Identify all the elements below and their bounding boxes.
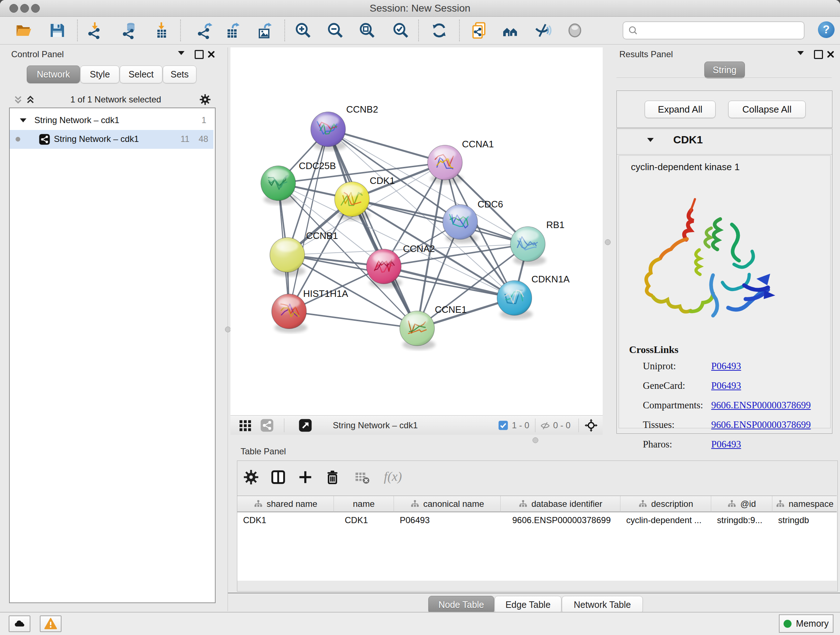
tab-string[interactable]: String (704, 62, 745, 78)
birds-eye-grid-icon[interactable] (238, 418, 252, 432)
entry-collapse-icon[interactable] (647, 138, 654, 142)
right-splitter-handle[interactable] (605, 239, 611, 245)
column-header[interactable]: database identifier (501, 496, 621, 512)
crosslink-label: GeneCard: (643, 380, 685, 391)
table-cell[interactable]: CDK1 (237, 512, 333, 528)
toolbar-separator (284, 19, 285, 41)
results-panel-menu-icon[interactable] (797, 51, 804, 55)
export-table-icon[interactable] (224, 22, 241, 39)
node-gloss (406, 314, 428, 325)
network-edge-HIST1H1A-CCNE1[interactable] (289, 311, 417, 328)
expand-all-networks-icon[interactable] (25, 95, 35, 105)
import-database-icon[interactable] (121, 22, 138, 39)
zoom-in-icon[interactable] (294, 22, 312, 39)
crosslink-label: Uniprot: (643, 361, 676, 372)
crosslink-label: Compartments: (643, 400, 703, 411)
crosslink-genecard-link[interactable]: P06493 (711, 380, 741, 391)
results-button-bar: Expand All Collapse All (616, 90, 832, 128)
control-panel-menu-icon[interactable] (178, 51, 185, 55)
zoom-out-icon[interactable] (327, 22, 344, 39)
hidden-count: 0 - 0 (553, 416, 570, 435)
crosslink-uniprot-link[interactable]: P06493 (711, 361, 741, 372)
show-columns-icon[interactable] (270, 469, 286, 486)
search-input[interactable] (638, 25, 804, 36)
column-header[interactable]: name (334, 496, 394, 512)
table-cell[interactable]: 9606.ENSP00000378699 (501, 512, 626, 528)
memory-label: Memory (796, 618, 829, 629)
delete-column-trash-icon[interactable] (324, 469, 341, 486)
column-header[interactable]: namespace (772, 496, 837, 512)
hide-selected-icon[interactable] (534, 22, 552, 39)
tab-network[interactable]: Network (27, 65, 80, 83)
network-options-gear-icon[interactable] (199, 93, 211, 106)
tab-select[interactable]: Select (120, 65, 163, 83)
tab-edge-table[interactable]: Edge Table (494, 596, 561, 614)
bottom-splitter-handle[interactable] (532, 437, 538, 443)
selected-checkbox-icon[interactable] (498, 420, 508, 431)
toolbar-separator (284, 418, 284, 432)
collapse-all-networks-icon[interactable] (13, 95, 23, 105)
column-header[interactable]: canonical name (394, 496, 501, 512)
column-header[interactable]: shared name (237, 496, 334, 512)
table-cell[interactable]: stringdb:9... (711, 512, 772, 528)
tab-network-table[interactable]: Network Table (562, 596, 643, 614)
add-column-icon[interactable] (297, 469, 314, 486)
delete-table-icon[interactable] (354, 469, 370, 486)
collapse-all-button[interactable]: Collapse All (728, 101, 806, 118)
open-session-icon[interactable] (15, 22, 33, 39)
table-settings-gear-icon[interactable] (243, 469, 259, 486)
table-cell[interactable]: cyclin-dependent ... (621, 512, 711, 528)
table-cell[interactable]: stringdb (772, 512, 837, 528)
export-image-icon[interactable] (256, 22, 273, 39)
network-tree-root-row[interactable]: String Network – cdk1 1 (10, 111, 213, 130)
crosslink-compartments-link[interactable]: 9606.ENSP00000378699 (711, 400, 811, 411)
column-header[interactable]: @id (711, 496, 772, 512)
expand-all-button[interactable]: Expand All (645, 101, 715, 118)
warnings-button[interactable] (40, 616, 62, 632)
tree-collapse-icon[interactable] (20, 119, 27, 122)
node-label-HIST1H1A: HIST1H1A (303, 288, 348, 299)
results-panel-close-icon[interactable] (826, 50, 835, 59)
tab-sets[interactable]: Sets (163, 65, 196, 83)
table-cell[interactable]: CDK1 (334, 512, 399, 528)
left-splitter-handle[interactable] (225, 326, 231, 333)
import-table-icon[interactable] (153, 22, 170, 39)
tab-style[interactable]: Style (80, 65, 119, 83)
cloud-status-button[interactable] (9, 616, 30, 632)
window-title: Session: New Session (0, 0, 840, 16)
results-panel-float-icon[interactable] (814, 50, 823, 59)
entry-gene-name: CDK1 (673, 134, 703, 146)
memory-button[interactable]: Memory (779, 614, 834, 633)
crosslink-pharos-link[interactable]: P06493 (711, 439, 741, 450)
crosslink-tissues-link[interactable]: 9606.ENSP00000378699 (711, 419, 811, 431)
node-gloss (278, 297, 300, 309)
network-tree-row-selected[interactable]: String Network – cdk1 11 48 (10, 130, 213, 149)
column-label: canonical name (423, 499, 484, 509)
zoom-selected-icon[interactable] (392, 22, 409, 39)
column-header[interactable]: description (621, 496, 711, 512)
zoom-fit-icon[interactable] (358, 22, 376, 39)
control-panel-float-icon[interactable] (195, 50, 204, 59)
first-neighbors-icon[interactable] (502, 22, 519, 39)
warning-icon (44, 617, 57, 631)
help-button[interactable]: ? (818, 21, 835, 38)
hidden-eye-slash-icon[interactable] (540, 420, 551, 431)
control-panel-close-icon[interactable] (207, 50, 216, 59)
node-label-RB1: RB1 (546, 219, 565, 230)
show-all-icon[interactable] (566, 22, 584, 39)
function-builder-icon[interactable]: f(x) (384, 469, 402, 484)
network-share-icon[interactable] (260, 418, 274, 432)
network-canvas[interactable]: CCNB2CCNA1CDC25BCDK1CDC6RB1CCNB1CCNA2CDK… (231, 48, 603, 415)
results-entry-panel: CDK1 cyclin-dependent kinase 1 (616, 128, 832, 434)
fit-content-crosshair-icon[interactable] (584, 418, 598, 432)
import-network-icon[interactable] (86, 22, 103, 39)
save-session-icon[interactable] (49, 22, 66, 39)
clone-network-icon[interactable] (470, 22, 488, 39)
network-graph[interactable]: CCNB2CCNA1CDC25BCDK1CDC6RB1CCNB1CCNA2CDK… (231, 48, 603, 415)
open-in-window-icon[interactable] (298, 418, 312, 432)
refresh-icon[interactable] (431, 22, 448, 39)
table-cell[interactable]: P06493 (394, 512, 500, 528)
export-network-icon[interactable] (196, 22, 213, 39)
network-edge-CCNB2-HIST1H1A[interactable] (289, 129, 328, 311)
tab-node-table[interactable]: Node Table (428, 596, 494, 614)
